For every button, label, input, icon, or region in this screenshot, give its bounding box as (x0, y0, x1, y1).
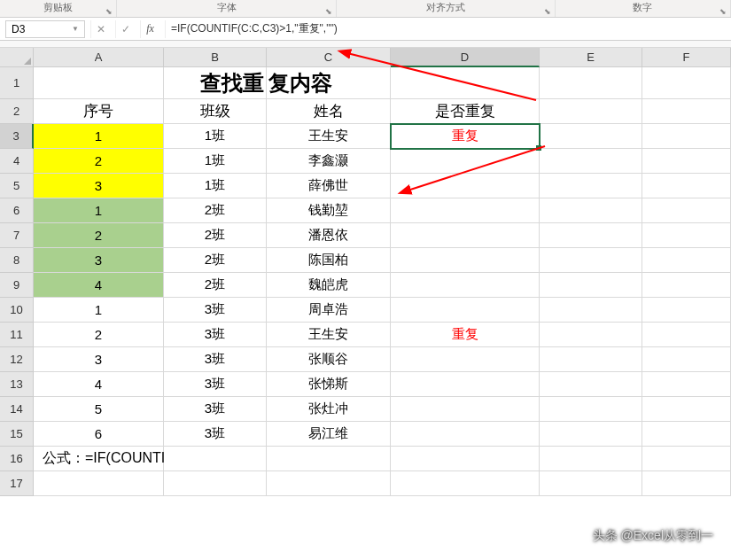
row-header-2[interactable]: 2 (0, 99, 34, 124)
cell-duplicate[interactable] (391, 248, 540, 273)
cell-f1[interactable] (642, 67, 731, 99)
cell-class[interactable]: 2班 (164, 248, 267, 273)
cell-name[interactable]: 张悌斯 (267, 372, 391, 397)
cell-duplicate[interactable]: 重复 (391, 323, 540, 347)
cell-f[interactable] (642, 124, 731, 149)
row-header[interactable]: 5 (0, 174, 34, 198)
cell-name[interactable]: 王生安 (267, 323, 391, 347)
col-header-c[interactable]: C (267, 48, 391, 67)
row-header[interactable]: 9 (0, 273, 34, 298)
cell-duplicate[interactable] (391, 372, 540, 397)
row-header[interactable]: 4 (0, 149, 34, 174)
cell-b1[interactable]: 查找重 (164, 67, 267, 99)
row-header[interactable]: 3 (0, 124, 34, 149)
cell-d2[interactable]: 是否重复 (391, 99, 540, 124)
cell[interactable] (391, 471, 540, 496)
cell-seq[interactable]: 3 (34, 174, 164, 198)
name-box[interactable]: D3 ▼ (5, 20, 85, 38)
cell-e16[interactable] (540, 447, 642, 471)
cell-seq[interactable]: 1 (34, 298, 164, 323)
cell-f[interactable] (642, 397, 731, 422)
col-header-a[interactable]: A (34, 48, 164, 67)
cell-e1[interactable] (540, 67, 642, 99)
cell-f[interactable] (642, 422, 731, 447)
cell[interactable] (164, 471, 267, 496)
cell-f2[interactable] (642, 99, 731, 124)
cell-seq[interactable]: 6 (34, 422, 164, 447)
cell-c1[interactable]: 复内容 (267, 67, 391, 99)
cell-seq[interactable]: 2 (34, 149, 164, 174)
cell-a1[interactable] (34, 67, 164, 99)
cell-e[interactable] (540, 174, 642, 198)
cell-d1[interactable] (391, 67, 540, 99)
cell-f[interactable] (642, 174, 731, 198)
cell-duplicate[interactable] (391, 223, 540, 248)
cell-seq[interactable]: 2 (34, 223, 164, 248)
fill-handle[interactable] (536, 145, 541, 151)
cell-duplicate[interactable] (391, 422, 540, 447)
cell-e[interactable] (540, 198, 642, 223)
cell-name[interactable]: 薛佛世 (267, 174, 391, 198)
cell-a16[interactable]: 公式：=IF(COUNTIF(C:C,C3)>1,"重复","") (34, 447, 164, 471)
cell-name[interactable]: 李鑫灏 (267, 149, 391, 174)
cell-name[interactable]: 周卓浩 (267, 298, 391, 323)
cell-b16[interactable] (164, 447, 267, 471)
cell-e[interactable] (540, 323, 642, 347)
fx-icon[interactable]: fx (140, 20, 159, 38)
row-header[interactable]: 8 (0, 248, 34, 273)
row-header[interactable]: 17 (0, 471, 34, 496)
cell[interactable] (642, 471, 731, 496)
cell-f[interactable] (642, 248, 731, 273)
cell-seq[interactable]: 4 (34, 372, 164, 397)
cell-seq[interactable]: 3 (34, 347, 164, 372)
cell-class[interactable]: 3班 (164, 298, 267, 323)
cell-name[interactable]: 张灶冲 (267, 397, 391, 422)
cell-f[interactable] (642, 347, 731, 372)
cell-c2[interactable]: 姓名 (267, 99, 391, 124)
select-all-corner[interactable] (0, 48, 34, 67)
row-header-1[interactable]: 1 (0, 67, 34, 99)
cell[interactable] (540, 471, 642, 496)
cell-e[interactable] (540, 372, 642, 397)
cell-duplicate[interactable] (391, 397, 540, 422)
row-header[interactable]: 10 (0, 298, 34, 323)
cancel-formula-icon[interactable]: ✕ (90, 20, 110, 38)
cell-e[interactable] (540, 397, 642, 422)
cell-e[interactable] (540, 149, 642, 174)
cell-class[interactable]: 3班 (164, 347, 267, 372)
cell-b2[interactable]: 班级 (164, 99, 267, 124)
row-header-16[interactable]: 16 (0, 447, 34, 471)
cell-e[interactable] (540, 422, 642, 447)
cell-seq[interactable]: 3 (34, 248, 164, 273)
cell-class[interactable]: 3班 (164, 422, 267, 447)
cell-name[interactable]: 潘恩依 (267, 223, 391, 248)
cell-e[interactable] (540, 347, 642, 372)
cell-e[interactable] (540, 248, 642, 273)
cell-class[interactable]: 3班 (164, 323, 267, 347)
cell-duplicate[interactable] (391, 298, 540, 323)
formula-input[interactable]: =IF(COUNTIF(C:C,C3)>1,"重复","") (165, 20, 726, 38)
cell-seq[interactable]: 1 (34, 198, 164, 223)
col-header-f[interactable]: F (642, 48, 731, 67)
cell-e[interactable] (540, 273, 642, 298)
cell-name[interactable]: 王生安 (267, 124, 391, 149)
cell-f16[interactable] (642, 447, 731, 471)
cell-f[interactable] (642, 223, 731, 248)
cell-duplicate[interactable] (391, 198, 540, 223)
cell-name[interactable]: 钱勤堃 (267, 198, 391, 223)
cell-class[interactable]: 1班 (164, 124, 267, 149)
cell-seq[interactable]: 2 (34, 323, 164, 347)
col-header-d[interactable]: D (391, 48, 540, 67)
accept-formula-icon[interactable]: ✓ (115, 20, 135, 38)
cell-f[interactable] (642, 273, 731, 298)
cell-e[interactable] (540, 223, 642, 248)
cell-c16[interactable] (267, 447, 391, 471)
cell-f[interactable] (642, 149, 731, 174)
cell-class[interactable]: 3班 (164, 397, 267, 422)
cell-name[interactable]: 陈国柏 (267, 248, 391, 273)
cell-duplicate[interactable] (391, 347, 540, 372)
cell-f[interactable] (642, 372, 731, 397)
cell-f[interactable] (642, 323, 731, 347)
row-header[interactable]: 6 (0, 198, 34, 223)
row-header[interactable]: 14 (0, 397, 34, 422)
